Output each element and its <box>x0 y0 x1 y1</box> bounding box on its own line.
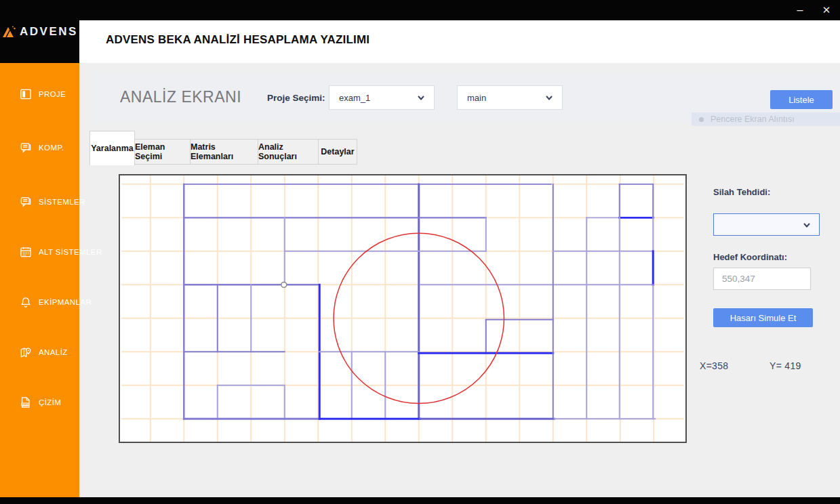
sidebar-item-ekipmanlar[interactable]: EKİPMANLAR <box>0 292 79 312</box>
drawing-icon: DWG <box>19 396 33 409</box>
sidebar-item-sistemler[interactable]: SİSTEMLER <box>0 192 79 212</box>
systems-icon <box>19 195 33 209</box>
simulate-damage-button[interactable]: Hasarı Simule Et <box>713 308 813 327</box>
components-icon <box>19 141 33 154</box>
application-window: – ✕ ADVENS ADVENS BEKA ANALİZİ HESAPLAMA… <box>0 0 840 504</box>
y-coordinate-readout: Y= 419 <box>769 360 801 371</box>
project-select-label: Proje Seçimi: <box>267 93 325 103</box>
sidebar: PROJE KOMP. SİSTEMLER <box>0 63 79 497</box>
analysis-icon <box>19 345 33 359</box>
app-title: ADVENS BEKA ANALİZİ HESAPLAMA YAZILIMI <box>106 33 369 47</box>
floorplan-canvas[interactable] <box>119 174 687 443</box>
tab-yaralanma[interactable]: Yaralanma <box>89 131 135 165</box>
sidebar-item-label: ANALİZ <box>39 348 68 356</box>
sidebar-item-label: EKİPMANLAR <box>39 298 92 306</box>
floorplan-drawing <box>120 175 685 442</box>
close-icon[interactable]: ✕ <box>815 0 838 20</box>
title-bar: – ✕ <box>0 0 840 20</box>
project-icon <box>19 87 33 101</box>
tab-label: Eleman Seçimi <box>135 142 190 161</box>
tab-label: Yaralanma <box>91 144 134 153</box>
layout-select[interactable]: main <box>457 85 563 110</box>
tab-label: Matris Elemanları <box>191 142 258 161</box>
equipment-icon <box>19 295 33 309</box>
listele-button[interactable]: Listele <box>770 90 833 109</box>
sidebar-item-alt-sistemler[interactable]: ALT SİSTEMLER <box>0 242 79 262</box>
logo-text: ADVENS <box>20 25 78 39</box>
tab-label: Analiz Sonuçları <box>258 142 318 161</box>
target-coordinate-label: Hedef Koordinatı: <box>713 252 787 262</box>
x-coordinate-readout: X=358 <box>700 360 728 371</box>
window-bottom-border <box>0 497 840 504</box>
logo-block: ADVENS <box>0 0 79 63</box>
main-content: ANALİZ EKRANI Proje Seçimi: exam_1 main … <box>79 63 840 497</box>
sidebar-item-komp[interactable]: KOMP. <box>0 138 79 158</box>
snip-dot-icon <box>699 117 704 122</box>
svg-text:DWG: DWG <box>22 403 28 406</box>
sidebar-item-cizim[interactable]: DWG ÇİZİM <box>0 392 79 413</box>
weapon-threat-label: Silah Tehdidi: <box>713 187 770 197</box>
weapon-threat-select[interactable] <box>713 213 820 236</box>
tab-detaylar[interactable]: Detaylar <box>319 139 357 165</box>
layout-select-value: main <box>467 93 486 103</box>
minimize-icon[interactable]: – <box>788 0 812 20</box>
project-select[interactable]: exam_1 <box>329 85 435 110</box>
chevron-down-icon <box>803 223 810 228</box>
tab-analiz-sonuclari[interactable]: Analiz Sonuçları <box>258 139 319 165</box>
sidebar-item-analiz[interactable]: ANALİZ <box>0 342 79 362</box>
project-select-value: exam_1 <box>339 93 370 103</box>
subsystems-icon <box>19 245 33 259</box>
sidebar-item-proje[interactable]: PROJE <box>0 84 79 104</box>
advens-logo-icon <box>1 24 16 39</box>
target-coordinate-input[interactable] <box>713 268 811 290</box>
snip-overlay-label: Pencere Ekran Alıntısı <box>711 114 795 124</box>
tab-matris-elemanlari[interactable]: Matris Elemanları <box>191 139 258 165</box>
tab-eleman-secimi[interactable]: Eleman Seçimi <box>135 139 191 165</box>
sidebar-item-label: ÇİZİM <box>39 398 61 406</box>
sidebar-item-label: SİSTEMLER <box>39 198 85 206</box>
chevron-down-icon <box>546 96 553 100</box>
sidebar-item-label: ALT SİSTEMLER <box>39 248 102 256</box>
sidebar-item-label: PROJE <box>39 90 66 98</box>
screen-snip-overlay: Pencere Ekran Alıntısı <box>692 112 840 126</box>
tab-label: Detaylar <box>321 147 354 156</box>
sidebar-item-label: KOMP. <box>39 144 64 152</box>
page-title: ANALİZ EKRANI <box>120 88 241 106</box>
chevron-down-icon <box>418 96 424 100</box>
